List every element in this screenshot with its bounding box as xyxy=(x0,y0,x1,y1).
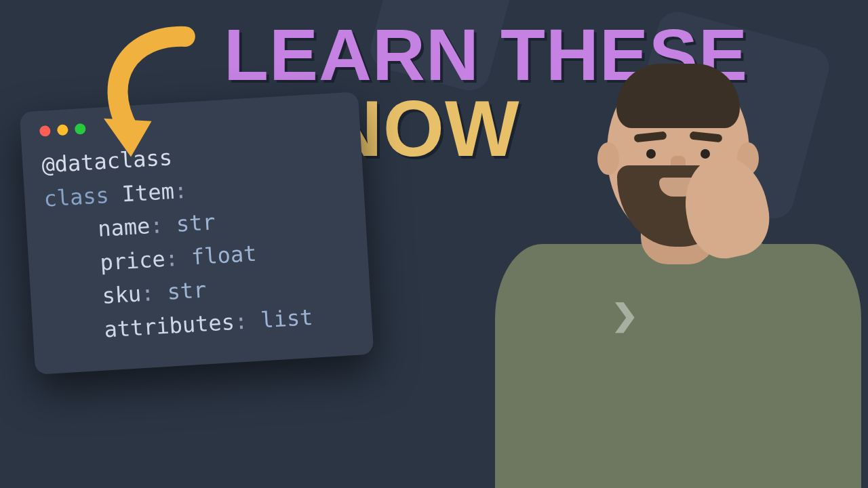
window-zoom-icon xyxy=(75,123,86,135)
presenter-brow xyxy=(690,131,723,143)
presenter-eye xyxy=(701,149,710,159)
presenter-brow xyxy=(634,131,667,143)
svg-marker-0 xyxy=(104,115,155,159)
window-minimize-icon xyxy=(57,124,68,136)
window-close-icon xyxy=(39,125,51,137)
presenter-hair xyxy=(616,64,740,128)
shirt-logo-icon: ❯ xyxy=(611,298,639,332)
code-snippet: @dataclass class Item: name: str price: … xyxy=(41,131,353,350)
presenter-ear xyxy=(597,142,619,175)
curved-arrow-icon xyxy=(83,20,230,167)
presenter-photo: ❯ xyxy=(488,54,868,488)
presenter-eye xyxy=(646,149,656,159)
presenter-shirt: ❯ xyxy=(495,244,861,488)
